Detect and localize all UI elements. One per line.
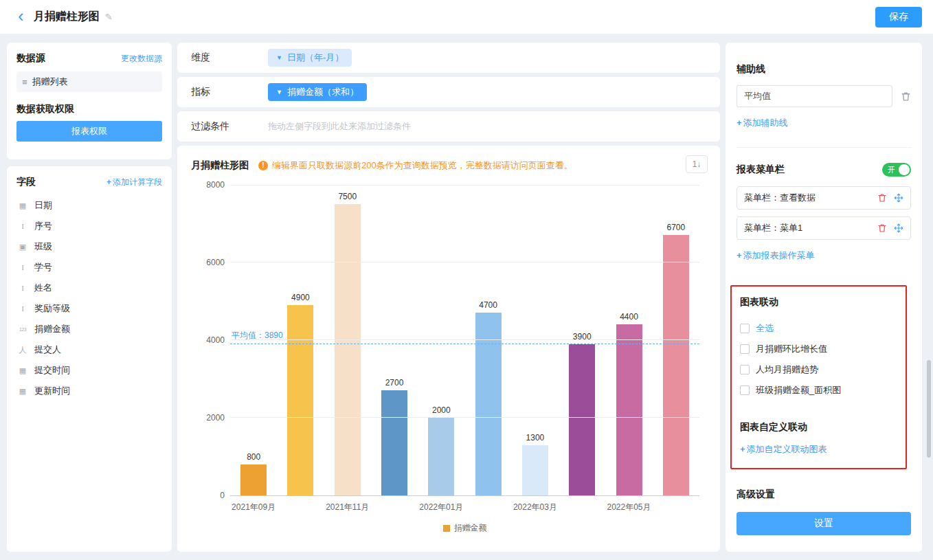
bar [475, 313, 502, 495]
dimension-row: 维度 ▼ 日期（年-月） [177, 43, 720, 73]
add-auxiliary-line-link[interactable]: +添加辅助线 [737, 117, 911, 129]
field-item[interactable]: ▦更新时间 [11, 381, 168, 401]
field-label: 捐赠金额 [34, 323, 70, 335]
x-axis-label: 2021年11月 [324, 502, 371, 513]
field-label: 姓名 [34, 282, 52, 294]
y-axis-label: 6000 [190, 258, 225, 267]
field-item[interactable]: I序号 [11, 216, 168, 236]
plus-icon: + [106, 177, 111, 187]
field-item[interactable]: ▦日期 [11, 195, 168, 216]
add-calc-field-link[interactable]: +添加计算字段 [106, 177, 162, 188]
bar-group[interactable]: 6700 [653, 223, 699, 495]
bars-container: 800490075002700200047001300390044006700 [230, 186, 699, 495]
bar-group[interactable]: 800 [230, 452, 277, 495]
field-item[interactable]: I姓名 [11, 278, 168, 298]
bar-group[interactable]: 2000 [418, 405, 464, 495]
field-label: 日期 [34, 199, 52, 212]
text-icon: I [17, 304, 28, 313]
trash-icon[interactable] [877, 193, 887, 203]
back-icon[interactable]: ‹ [18, 8, 24, 23]
fields-list: ▦日期I序号▣班级I学号I姓名I奖励等级123捐赠金额人提交人▦提交时间▦更新时… [7, 195, 172, 401]
select-all-option[interactable]: 全选 [740, 318, 897, 339]
change-datasource-link[interactable]: 更改数据源 [121, 53, 162, 65]
scrollbar-thumb[interactable] [927, 360, 931, 458]
text-icon: I [17, 222, 28, 230]
bar-group[interactable]: 2700 [371, 378, 418, 495]
gridline [230, 262, 699, 262]
topbar: ‹ 月捐赠柱形图 ✎ 保存 [0, 0, 933, 34]
linkage-option[interactable]: 班级捐赠金额_面积图 [740, 380, 897, 401]
field-label: 班级 [34, 240, 52, 253]
edit-pencil-icon[interactable]: ✎ [105, 12, 113, 22]
chart-legend[interactable]: 捐赠金额 [230, 522, 699, 534]
menu-item: 菜单栏：菜单1 [737, 216, 911, 240]
move-icon[interactable] [894, 193, 903, 203]
dimension-pill[interactable]: ▼ 日期（年-月） [268, 49, 352, 67]
filter-dropzone[interactable]: 拖动左侧字段到此处来添加过滤条件 [268, 120, 411, 133]
auxiliary-line-title: 辅助线 [737, 63, 911, 76]
metric-pill[interactable]: ▼ 捐赠金额（求和） [268, 83, 367, 101]
auxiliary-line-section: 辅助线 +添加辅助线 [737, 43, 911, 129]
checkbox-icon[interactable] [740, 324, 750, 333]
chart-title: 月捐赠柱形图 [191, 159, 249, 172]
chart-plot-area: 平均值：3890 8004900750027002000470013003900… [230, 186, 699, 496]
linkage-option-label: 人均月捐赠趋势 [756, 363, 818, 376]
dimension-value: 日期（年-月） [287, 52, 344, 64]
text-icon: I [17, 284, 28, 292]
bar [522, 445, 548, 495]
field-item[interactable]: 人提交人 [11, 339, 168, 360]
datasource-panel: 数据源 更改数据源 ≡ 捐赠列表 数据获取权限 报表权限 [7, 43, 172, 159]
legend-swatch [443, 525, 450, 532]
linkage-option[interactable]: 人均月捐赠趋势 [740, 359, 897, 380]
add-custom-linkage-link[interactable]: +添加自定义联动图表 [740, 443, 897, 456]
report-menu-section: 报表菜单栏 开 菜单栏：查看数据菜单栏：菜单1 +添加报表操作菜单 [737, 147, 911, 262]
bar-value-label: 800 [247, 452, 260, 462]
field-item[interactable]: 123捐赠金额 [11, 319, 168, 339]
linkage-option-label: 月捐赠环比增长值 [756, 343, 827, 355]
report-permission-button[interactable]: 报表权限 [16, 121, 162, 142]
bar-value-label: 4400 [620, 312, 638, 322]
trash-icon[interactable] [877, 223, 887, 233]
menu-item-label: 菜单栏：查看数据 [744, 192, 870, 204]
add-report-menu-link[interactable]: +添加报表操作菜单 [737, 249, 911, 262]
y-axis-label: 0 [190, 491, 225, 500]
field-item[interactable]: I奖励等级 [11, 298, 168, 319]
bar-value-label: 7500 [338, 192, 357, 201]
checkbox-icon[interactable] [740, 365, 750, 374]
average-line-label: 平均值：3890 [232, 330, 283, 341]
field-item[interactable]: ▦提交时间 [11, 360, 168, 381]
chevron-down-icon: ▼ [276, 89, 282, 96]
advanced-settings-title: 高级设置 [737, 489, 911, 501]
checkbox-icon[interactable] [740, 344, 750, 354]
gridline [230, 417, 699, 418]
fields-panel: 字段 +添加计算字段 ▦日期I序号▣班级I学号I姓名I奖励等级123捐赠金额人提… [7, 166, 172, 552]
sort-icon[interactable]: 1↓ [686, 155, 708, 173]
gridline [230, 185, 699, 186]
auxiliary-line-input[interactable] [737, 85, 892, 107]
datasource-item-label: 捐赠列表 [32, 76, 68, 88]
bar-group[interactable]: 4900 [277, 293, 324, 495]
linkage-option-label: 班级捐赠金额_面积图 [756, 384, 841, 396]
linkage-option[interactable]: 月捐赠环比增长值 [740, 339, 897, 359]
bar-value-label: 2700 [385, 378, 404, 388]
report-menu-title: 报表菜单栏 [737, 164, 785, 176]
settings-button[interactable]: 设置 [737, 512, 911, 535]
bar [616, 324, 642, 495]
field-item[interactable]: ▣班级 [11, 236, 168, 257]
bar-group[interactable]: 3900 [559, 332, 605, 495]
report-menu-toggle[interactable]: 开 [882, 163, 911, 177]
trash-icon[interactable] [901, 91, 911, 102]
move-icon[interactable] [894, 223, 903, 233]
plus-icon: + [740, 444, 745, 454]
bar-group[interactable]: 4700 [465, 300, 512, 495]
menu-items-list: 菜单栏：查看数据菜单栏：菜单1 [737, 186, 911, 240]
field-label: 提交人 [34, 344, 61, 356]
chart-linkage-title: 图表联动 [740, 296, 897, 309]
field-item[interactable]: I学号 [11, 257, 168, 278]
x-axis-label: 2022年03月 [512, 502, 559, 513]
checkbox-icon[interactable] [740, 385, 750, 395]
save-button[interactable]: 保存 [875, 7, 922, 27]
linkage-options-list: 月捐赠环比增长值人均月捐赠趋势班级捐赠金额_面积图 [740, 339, 897, 401]
bar-group[interactable]: 1300 [512, 433, 559, 495]
datasource-item[interactable]: ≡ 捐赠列表 [16, 71, 162, 92]
